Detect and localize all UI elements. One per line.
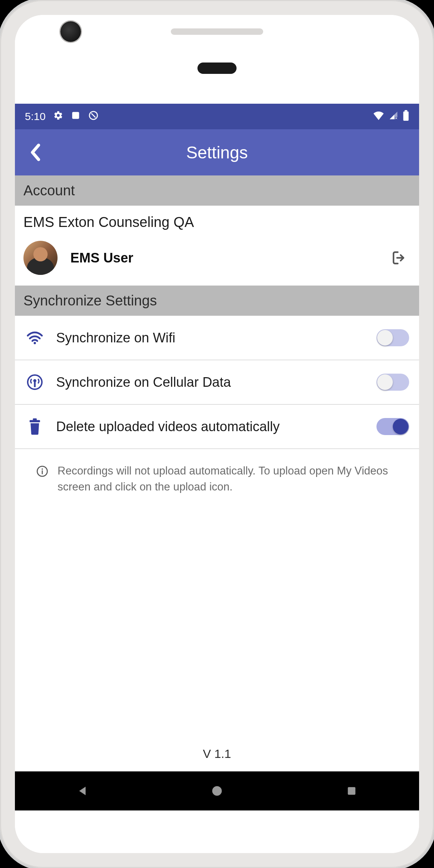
svg-point-5 — [34, 342, 36, 344]
account-org: EMS Exton Counseling QA — [15, 206, 419, 234]
cell-signal-icon — [389, 110, 398, 123]
nav-recents-button[interactable] — [320, 780, 384, 802]
svg-rect-14 — [348, 787, 356, 794]
section-header-account: Account — [15, 175, 419, 206]
svg-point-7 — [33, 379, 37, 383]
phone-inner: 5:10 — [15, 15, 419, 853]
setting-sync-cellular: Synchronize on Cellular Data — [15, 360, 419, 405]
sensor-pill — [197, 63, 237, 74]
version-label: V 1.1 — [15, 738, 419, 771]
setting-delete-uploaded: Delete uploaded videos automatically — [15, 405, 419, 449]
info-row: Recordings will not upload automatically… — [15, 449, 419, 506]
status-left: 5:10 — [25, 110, 99, 123]
trash-icon — [25, 417, 45, 436]
front-camera — [60, 21, 81, 42]
setting-label: Synchronize on Wifi — [56, 330, 365, 346]
svg-rect-9 — [33, 418, 37, 421]
battery-icon — [403, 110, 409, 123]
setting-sync-wifi: Synchronize on Wifi — [15, 316, 419, 360]
svg-rect-3 — [403, 111, 409, 120]
account-row: EMS User — [15, 234, 419, 286]
page-title: Settings — [186, 143, 248, 162]
setting-label: Synchronize on Cellular Data — [56, 375, 365, 390]
svg-point-13 — [212, 786, 222, 796]
avatar — [23, 241, 58, 275]
cellular-icon — [25, 372, 45, 392]
speaker-grille — [171, 28, 263, 35]
app-bar: Settings — [15, 129, 419, 175]
svg-rect-8 — [29, 420, 40, 422]
nav-back-button[interactable] — [50, 780, 114, 802]
screen: 5:10 — [15, 104, 419, 810]
setting-label: Delete uploaded videos automatically — [56, 419, 365, 434]
toggle-delete-uploaded[interactable] — [376, 418, 409, 435]
back-button[interactable] — [25, 142, 46, 163]
section-header-sync: Synchronize Settings — [15, 286, 419, 316]
phone-frame: 5:10 — [0, 0, 434, 868]
svg-rect-0 — [72, 112, 80, 119]
status-right — [373, 110, 409, 123]
toggle-sync-wifi[interactable] — [376, 329, 409, 346]
user-name: EMS User — [70, 250, 376, 266]
status-time: 5:10 — [25, 110, 45, 123]
status-bar: 5:10 — [15, 104, 419, 129]
android-nav-bar — [15, 771, 419, 810]
toggle-sync-cellular[interactable] — [376, 374, 409, 391]
nav-home-button[interactable] — [185, 780, 249, 802]
content-fill — [15, 506, 419, 738]
gear-icon — [53, 110, 63, 123]
info-icon — [36, 465, 49, 478]
logout-button[interactable] — [389, 248, 409, 268]
no-icon — [88, 110, 99, 123]
square-icon — [71, 110, 80, 123]
svg-point-12 — [42, 468, 43, 470]
wifi-icon — [373, 110, 384, 123]
wifi-icon — [25, 328, 45, 348]
svg-rect-4 — [405, 110, 407, 112]
bezel-bottom — [15, 810, 419, 853]
info-text: Recordings will not upload automatically… — [58, 463, 407, 495]
